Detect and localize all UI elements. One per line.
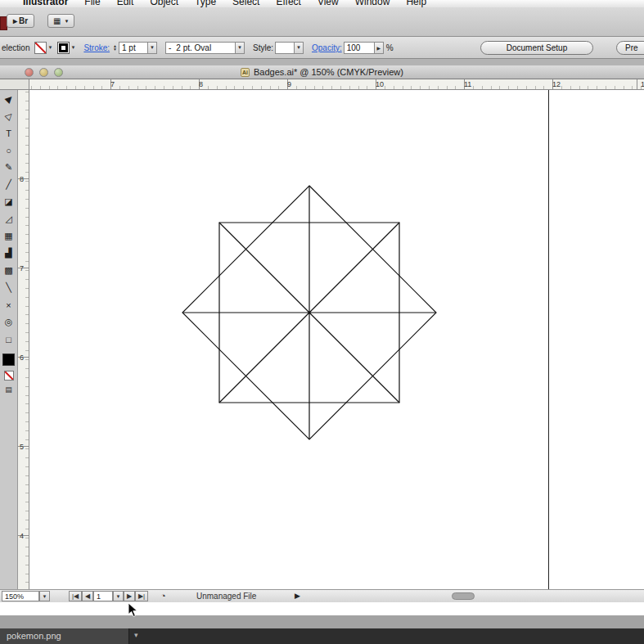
vruler-number: 6 <box>20 354 24 362</box>
preferences-button[interactable]: Pre <box>616 41 644 55</box>
menu-item-edit[interactable]: Edit <box>117 0 134 7</box>
scale-tool[interactable]: ◿ <box>1 210 17 227</box>
zoom-window-button[interactable] <box>54 68 63 77</box>
ai-document-icon: Ai <box>241 68 250 77</box>
go-to-bridge-button[interactable]: ▸ Br <box>7 14 34 28</box>
menu-item-view[interactable]: View <box>317 0 339 7</box>
gradient-tool[interactable]: ▩ <box>1 262 17 279</box>
none-color-indicator[interactable] <box>4 371 14 381</box>
arrange-documents-button[interactable]: ▦ ▼ <box>47 14 74 28</box>
stroke-panel-link[interactable]: Stroke: <box>83 43 110 52</box>
graph-tool[interactable]: ▟ <box>1 245 17 262</box>
paintbrush-tool[interactable]: ✎ <box>1 159 17 176</box>
style-label: Style: <box>253 43 273 52</box>
status-clock-icon: ◔ <box>160 591 166 601</box>
eraser-tool[interactable]: ◪ <box>1 193 17 210</box>
page-number-field[interactable]: 1 <box>93 591 113 601</box>
artboard-canvas[interactable] <box>29 90 644 602</box>
file-tab-pokemon[interactable]: pokemon.png <box>0 628 129 644</box>
menu-item-effect[interactable]: Effect <box>276 0 300 7</box>
menu-item-window[interactable]: Window <box>355 0 390 7</box>
pencil-tool[interactable]: ╱ <box>1 176 17 193</box>
stroke-weight-caret-button[interactable]: ▼ <box>147 42 157 54</box>
document-window: Ai Badges.ai* @ 150% (CMYK/Preview) 7 8 … <box>0 65 644 615</box>
status-bar: 150% ▼ |◀ ◀ 1 ▼ ▶ ▶| ◔ Unmanaged File ▶ <box>0 589 644 602</box>
brush-preview-icon: - <box>169 43 171 52</box>
stroke-color-swatch[interactable] <box>57 42 70 54</box>
style-field[interactable] <box>275 42 295 54</box>
document-title-bar[interactable]: Ai Badges.ai* @ 150% (CMYK/Preview) <box>0 65 644 79</box>
brush-definition-field[interactable]: - 2 pt. Oval <box>165 42 236 54</box>
bridge-arrow-icon: ▸ <box>13 16 17 25</box>
bottom-taskbar: pokemon.png ▾ <box>0 628 644 644</box>
workspace-gap <box>0 59 644 65</box>
hruler-number: 9 <box>287 80 291 88</box>
hruler-number: 7 <box>110 80 115 88</box>
menu-item-type[interactable]: Type <box>195 0 216 7</box>
selection-label: election <box>2 43 29 52</box>
zoom-level-field[interactable]: 150% <box>2 591 39 601</box>
illustrator-app-window: Illustrator File Edit Object Type Select… <box>0 0 644 644</box>
hand-tool[interactable]: □ <box>1 331 17 348</box>
brush-name: 2 pt. Oval <box>176 43 211 52</box>
ellipse-tool[interactable]: ○ <box>1 142 17 159</box>
close-button[interactable] <box>25 68 34 77</box>
hruler-number: 8 <box>199 80 203 88</box>
horizontal-scrollbar-thumb[interactable] <box>452 592 475 600</box>
ruler-corner[interactable] <box>0 79 29 90</box>
stroke-swatch-caret-icon[interactable]: ▼ <box>70 45 75 50</box>
vertical-ruler: 8 7 6 5 4 <box>18 90 29 602</box>
hruler-number: 11 <box>464 80 471 88</box>
page-boundary-line <box>548 90 549 602</box>
horizontal-ruler: 7 8 9 10 11 12 1 <box>29 79 644 90</box>
zoom-tool[interactable]: ◎ <box>1 313 17 331</box>
fill-swatch-caret-icon[interactable]: ▼ <box>47 45 52 50</box>
application-bar: ▸ Br ▦ ▼ <box>0 7 644 37</box>
document-setup-button[interactable]: Document Setup <box>480 41 593 55</box>
stroke-weight-stepper[interactable]: ▲ ▼ <box>113 44 117 51</box>
star-artwork[interactable] <box>29 90 644 602</box>
menu-bar: Illustrator File Edit Object Type Select… <box>0 0 644 7</box>
fill-color-indicator[interactable] <box>2 354 15 366</box>
last-page-button[interactable]: ▶| <box>135 591 148 601</box>
percent-label: % <box>386 43 394 52</box>
hruler-number: 1 <box>641 80 644 88</box>
document-title: Badges.ai* @ 150% (CMYK/Preview) <box>254 67 403 77</box>
stroke-weight-field[interactable]: 1 pt <box>119 42 148 54</box>
menu-item-illustrator[interactable]: Illustrator <box>23 0 68 7</box>
previous-page-button[interactable]: ◀ <box>82 591 93 601</box>
opacity-panel-link[interactable]: Opacity: <box>312 43 342 52</box>
vruler-number: 8 <box>20 175 24 183</box>
vruler-number: 5 <box>20 443 24 451</box>
zoom-caret-button[interactable]: ▼ <box>39 591 50 601</box>
stepper-down-icon[interactable]: ▼ <box>113 47 117 51</box>
opacity-caret-button[interactable]: ▶ <box>374 42 384 54</box>
window-controls <box>25 68 63 77</box>
fill-none-swatch[interactable] <box>34 42 47 54</box>
first-page-button[interactable]: |◀ <box>69 591 82 601</box>
menu-item-help[interactable]: Help <box>406 0 426 7</box>
document-body: 7 8 9 10 11 12 1 ▶ ▷ T ○ ✎ ╱ ◪ ◿ ▦ ▟ ▩ ╲ <box>0 79 644 602</box>
minimize-button[interactable] <box>39 68 48 77</box>
status-flyout-arrow-icon[interactable]: ▶ <box>295 592 300 600</box>
menu-item-select[interactable]: Select <box>232 0 259 7</box>
tools-panel: ▶ ▷ T ○ ✎ ╱ ◪ ◿ ▦ ▟ ▩ ╲ × ◎ □ ▤ <box>0 90 18 602</box>
brush-caret-button[interactable]: ▼ <box>235 42 245 54</box>
bridge-label: Br <box>19 16 28 25</box>
artwork-radial-lines[interactable] <box>182 186 436 439</box>
mesh-tool[interactable]: ▦ <box>1 227 17 245</box>
vruler-number: 7 <box>20 264 24 272</box>
menu-item-file[interactable]: File <box>84 0 100 7</box>
color-status-text[interactable]: Unmanaged File <box>196 592 256 601</box>
menu-item-object[interactable]: Object <box>150 0 178 7</box>
style-caret-button[interactable]: ▼ <box>294 42 304 54</box>
eyedropper-tool[interactable]: ╲ <box>1 279 17 296</box>
chevron-down-icon: ▼ <box>64 19 69 24</box>
tab-caret-icon[interactable]: ▾ <box>134 631 138 639</box>
opacity-field[interactable]: 100 <box>344 42 375 54</box>
next-page-button[interactable]: ▶ <box>124 591 135 601</box>
page-caret-button[interactable]: ▼ <box>113 591 124 601</box>
paint-mode-icon[interactable]: ▤ <box>5 385 12 394</box>
mouse-cursor <box>128 602 138 618</box>
scissors-tool[interactable]: × <box>1 296 17 313</box>
